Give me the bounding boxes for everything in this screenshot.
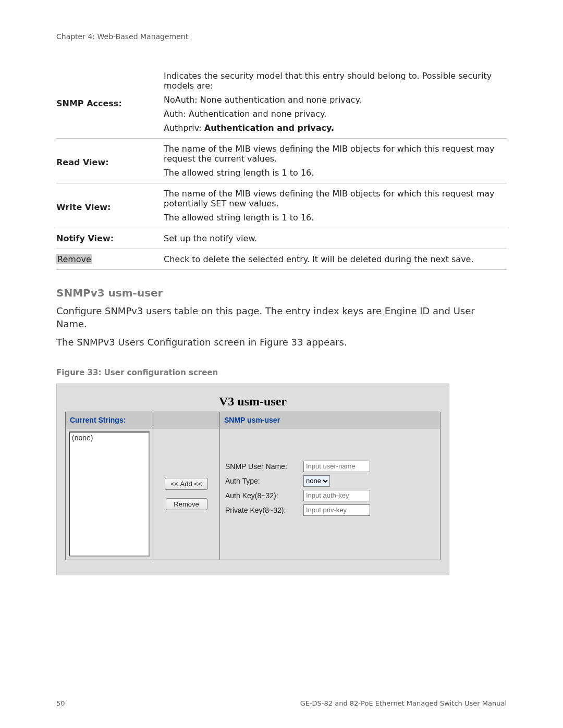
desc-snmp-access-1: Indicates the security model that this e… [164, 66, 507, 93]
label-read-view: Read View: [56, 139, 164, 183]
desc-snmp-access-2: NoAuth: None authentication and none pri… [164, 93, 507, 107]
auth-key-input[interactable] [303, 490, 370, 501]
snmp-user-name-input[interactable] [303, 461, 370, 472]
section-paragraph-1: Configure SNMPv3 users table on this pag… [56, 304, 507, 330]
desc-write-view-1: The name of the MIB views defining the M… [164, 183, 507, 211]
desc-remove: Check to delete the selected entry. It w… [164, 249, 507, 270]
col-header-blank [153, 412, 220, 428]
label-private-key: Private Key(8~32): [225, 506, 303, 514]
list-item[interactable]: (none) [72, 434, 146, 442]
desc-read-view-1: The name of the MIB views defining the M… [164, 139, 507, 166]
parameter-table: SNMP Access: Indicates the security mode… [56, 66, 507, 270]
desc-snmp-access-4: Authpriv: Authentication and privacy. [164, 121, 507, 139]
add-button[interactable]: << Add << [165, 478, 207, 490]
label-snmp-access: SNMP Access: [56, 66, 164, 139]
figure-title: V3 usm-user [65, 394, 440, 409]
label-notify-view: Notify View: [56, 228, 164, 249]
col-header-current-strings: Current Strings: [66, 412, 153, 428]
label-remove: Remove [56, 249, 164, 270]
page-footer: 50 GE-DS-82 and 82-PoE Ethernet Managed … [56, 699, 507, 707]
auth-type-select[interactable]: none [303, 475, 330, 487]
running-header: Chapter 4: Web-Based Management [56, 32, 507, 41]
col-header-snmp-usm-user: SNMP usm-user [220, 412, 440, 428]
desc-write-view-2: The allowed string length is 1 to 16. [164, 211, 507, 228]
remove-button[interactable]: Remove [166, 498, 207, 510]
usm-table: Current Strings: SNMP usm-user (none) <<… [65, 412, 440, 560]
label-snmp-user-name: SNMP User Name: [225, 462, 303, 471]
figure-panel: V3 usm-user Current Strings: SNMP usm-us… [56, 384, 449, 575]
label-write-view: Write View: [56, 183, 164, 228]
desc-snmp-access-3: Auth: Authentication and none privacy. [164, 107, 507, 121]
current-strings-listbox[interactable]: (none) [69, 431, 150, 557]
manual-title: GE-DS-82 and 82-PoE Ethernet Managed Swi… [300, 699, 507, 707]
private-key-input[interactable] [303, 504, 370, 516]
figure-caption: Figure 33: User configuration screen [56, 368, 507, 377]
desc-notify-view: Set up the notify view. [164, 228, 507, 249]
label-auth-key: Auth Key(8~32): [225, 491, 303, 500]
section-heading: SNMPv3 usm-user [56, 287, 507, 299]
page-number: 50 [56, 699, 65, 707]
desc-read-view-2: The allowed string length is 1 to 16. [164, 166, 507, 183]
section-paragraph-2: The SNMPv3 Users Configuration screen in… [56, 336, 507, 349]
label-auth-type: Auth Type: [225, 477, 303, 485]
